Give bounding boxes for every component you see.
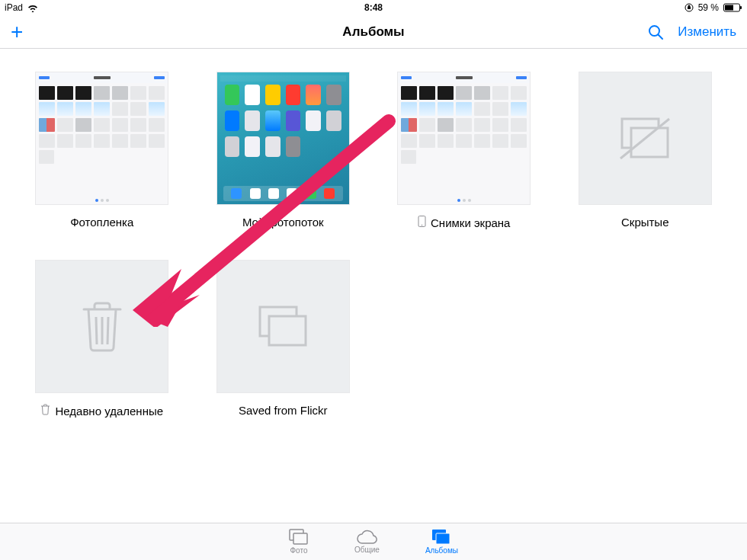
status-bar: iPad 8:48 59 % <box>0 0 747 15</box>
svg-rect-3 <box>740 6 742 9</box>
album-label: Saved from Flickr <box>239 404 328 417</box>
album-photo-stream[interactable]: Мой фотопоток <box>204 72 363 229</box>
album-label: Недавно удаленные <box>55 405 163 418</box>
album-label: Мой фотопоток <box>242 216 324 229</box>
stack-placeholder-icon <box>252 302 313 351</box>
wifi-icon <box>27 4 38 12</box>
album-recently-deleted[interactable]: Недавно удаленные <box>23 260 181 418</box>
album-thumbnail <box>35 72 168 205</box>
svg-point-7 <box>422 225 423 226</box>
phone-icon <box>418 216 426 229</box>
tab-shared[interactable]: Общие <box>354 530 380 554</box>
svg-rect-20 <box>293 533 307 544</box>
svg-rect-22 <box>436 533 450 544</box>
tab-label: Альбомы <box>425 546 458 555</box>
photos-tab-icon <box>289 529 309 546</box>
svg-rect-9 <box>631 128 668 157</box>
album-screenshots[interactable]: Снимки экрана <box>385 72 543 229</box>
svg-line-5 <box>659 34 663 39</box>
albums-tab-icon <box>431 529 451 546</box>
svg-rect-2 <box>725 5 733 11</box>
clock: 8:48 <box>364 2 383 13</box>
tab-bar: Фото Общие Альбомы <box>0 523 747 560</box>
album-thumbnail <box>216 260 350 393</box>
page-title: Альбомы <box>342 24 404 40</box>
trash-placeholder-icon <box>79 300 125 354</box>
album-label: Фотопленка <box>70 216 133 229</box>
album-camera-roll[interactable]: Фотопленка <box>23 72 181 229</box>
edit-button[interactable]: Изменить <box>678 24 736 40</box>
svg-line-11 <box>96 317 97 344</box>
search-button[interactable] <box>647 24 664 40</box>
album-thumbnail <box>216 72 350 205</box>
tab-photos[interactable]: Фото <box>289 529 309 555</box>
svg-rect-15 <box>269 316 306 345</box>
cloud-tab-icon <box>356 530 377 545</box>
battery-percent: 59 % <box>698 2 719 13</box>
hidden-placeholder-icon <box>614 114 675 163</box>
battery-icon <box>723 3 742 12</box>
tab-albums[interactable]: Альбомы <box>425 529 458 555</box>
album-label: Снимки экрана <box>431 216 510 229</box>
album-hidden[interactable]: Скрытые <box>566 72 725 229</box>
album-saved-from-flickr[interactable]: Saved from Flickr <box>204 260 363 418</box>
add-button[interactable]: + <box>11 21 23 43</box>
album-label: Скрытые <box>621 216 669 229</box>
svg-line-13 <box>107 317 108 344</box>
album-thumbnail <box>579 72 712 205</box>
tab-label: Фото <box>290 546 308 555</box>
album-thumbnail <box>397 72 531 205</box>
nav-bar: + Альбомы Изменить <box>0 15 747 49</box>
albums-grid: Фотопленка Мой <box>0 49 747 418</box>
trash-icon <box>40 404 50 418</box>
device-label: iPad <box>5 2 23 13</box>
album-thumbnail <box>35 260 168 393</box>
rotation-lock-icon <box>684 3 694 12</box>
tab-label: Общие <box>354 546 380 554</box>
